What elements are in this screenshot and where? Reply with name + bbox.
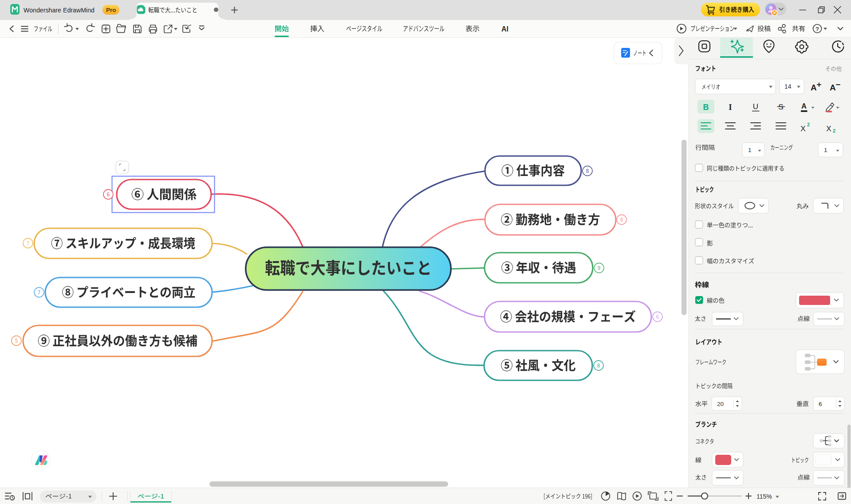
svg-text:2: 2 [833, 128, 835, 133]
svg-text:X: X [800, 125, 805, 133]
svg-text:Pro: Pro [106, 7, 116, 13]
svg-text:A: A [811, 83, 817, 92]
svg-text:115%: 115% [756, 493, 772, 500]
svg-text:1: 1 [748, 147, 752, 153]
svg-text:B: B [703, 103, 709, 112]
svg-text:AI: AI [501, 25, 508, 33]
svg-text:1: 1 [824, 147, 827, 153]
svg-text:14: 14 [784, 83, 792, 90]
svg-text:2: 2 [807, 122, 810, 127]
svg-text:20: 20 [717, 401, 724, 407]
svg-text:X: X [826, 125, 831, 133]
svg-text:A: A [801, 102, 807, 110]
svg-text:?: ? [816, 26, 819, 32]
svg-text:I: I [729, 102, 732, 112]
svg-text:S: S [778, 103, 783, 111]
svg-text:6: 6 [819, 401, 822, 407]
svg-text:U: U [753, 102, 758, 111]
svg-text:A: A [830, 83, 836, 92]
svg-text:Wondershare EdrawMind: Wondershare EdrawMind [24, 6, 95, 14]
